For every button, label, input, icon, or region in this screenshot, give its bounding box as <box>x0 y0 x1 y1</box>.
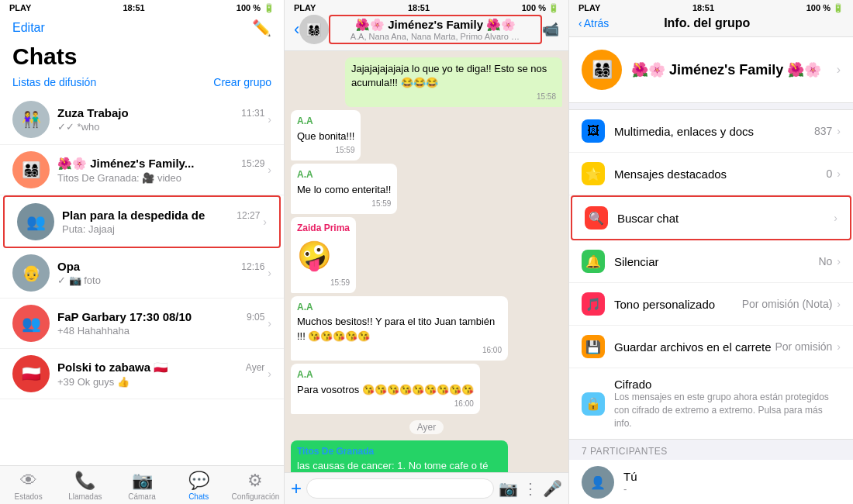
compose-icon[interactable]: ✏️ <box>252 19 271 37</box>
chat-back-button[interactable]: ‹ <box>294 19 299 40</box>
chat-avatar: 👥 <box>17 203 54 240</box>
info-row[interactable]: 🎵Tono personalizadoPor omisión (Nota)› <box>569 283 853 326</box>
message-sender: A.A <box>297 168 391 181</box>
difusion-link[interactable]: Listas de difusión <box>12 76 96 88</box>
participant-row[interactable]: 👤Tú- <box>569 460 853 504</box>
info-row-icon: 🖼 <box>582 119 605 143</box>
info-row[interactable]: ⭐Mensajes destacados0› <box>569 153 853 195</box>
message-time: 16:00 <box>297 399 474 409</box>
message-text: Me lo como enterita!! <box>297 183 391 197</box>
camera-icon[interactable]: 📷 <box>499 479 518 498</box>
chat-item[interactable]: 👥FaP Garbary 17:30 08/109:05+48 Hahahhah… <box>0 299 284 349</box>
chat-name-row: Polski to zabawa 🇵🇱Ayer <box>57 361 264 375</box>
carrier-2: PLAY <box>294 3 316 13</box>
chat-top-bar: PLAY 18:51 100 % 🔋 ‹ 👨‍👩‍👧‍👦 🌺🌸 Jiménez'… <box>285 0 568 51</box>
info-row[interactable]: 🔒CifradoLos mensajes en este grupo ahora… <box>569 368 853 439</box>
chat-name-row: FaP Garbary 17:30 08/109:05 <box>57 310 264 323</box>
add-attachment-button[interactable]: + <box>291 478 302 499</box>
chat-info: FaP Garbary 17:30 08/109:05+48 Hahahhaha <box>57 310 264 337</box>
info-nav-row: ‹ Atrás Info. del grupo <box>578 16 844 30</box>
nav-item-cámara[interactable]: 📷Cámara <box>113 471 170 501</box>
nav-label: Llamadas <box>68 492 102 501</box>
info-row-icon: 🔍 <box>585 206 608 230</box>
chat-preview: Puta: Jajaaj <box>62 223 260 235</box>
message-time: 15:59 <box>297 278 350 288</box>
info-row[interactable]: 💾Guardar archivos en el carretePor omisi… <box>569 326 853 368</box>
message-bubble: A.AMuchos besitos!! Y para el tito Juan … <box>291 296 508 361</box>
nav-item-estados[interactable]: 👁Estados <box>0 471 57 501</box>
chat-name: Polski to zabawa 🇵🇱 <box>57 361 168 375</box>
nav-icon: 📞 <box>74 471 95 491</box>
chevron-right-icon: › <box>268 317 271 330</box>
chat-avatar: 👴 <box>12 254 50 292</box>
dots-icon[interactable]: ⋮ <box>523 479 538 498</box>
chat-preview: +39 Ok guys 👍 <box>57 376 264 388</box>
chat-item[interactable]: 👨‍👩‍👧‍👦🌺🌸 Jiménez's Family...15:29Titos … <box>0 145 284 195</box>
chevron-right-icon: › <box>268 164 271 176</box>
chat-name-row: Opa12:16 <box>57 260 264 273</box>
group-avatar-chat: 👨‍👩‍👧‍👦 <box>299 15 329 44</box>
chat-item[interactable]: 👫Zuza Trabajo11:31✓✓ *who› <box>0 95 284 145</box>
message-time: 15:59 <box>297 198 391 209</box>
back-label: Atrás <box>584 17 610 29</box>
message-text: Muchos besitos!! Y para el tito Juan tam… <box>297 315 502 343</box>
chat-avatar: 🇵🇱 <box>12 355 50 392</box>
nav-item-chats[interactable]: 💬Chats <box>171 471 227 501</box>
info-row[interactable]: 🔔SilenciarNo› <box>569 240 853 283</box>
mic-icon[interactable]: 🎤 <box>543 479 562 498</box>
message-text: 🤪 <box>297 236 350 275</box>
participant-name: Tú <box>623 470 841 483</box>
message-text: Que bonita!!! <box>297 129 354 143</box>
group-name-header: 🌺🌸 Jiménez's Family 🌺🌸 <box>355 18 516 32</box>
group-big-avatar: 👨‍👩‍👧‍👦 <box>582 50 622 90</box>
chat-item[interactable]: 👥Plan para la despedida de12:27Puta: Jaj… <box>3 195 281 248</box>
group-header-highlighted[interactable]: 🌺🌸 Jiménez's Family 🌺🌸 A.A, Nana Ana, Na… <box>329 15 542 44</box>
info-row-value: 0 <box>827 167 833 180</box>
chevron-right-icon: › <box>268 267 271 279</box>
battery-1: 100 % <box>237 3 261 12</box>
message-time: 15:59 <box>297 145 354 156</box>
nav-label: Chats <box>188 492 209 501</box>
panel-chat: PLAY 18:51 100 % 🔋 ‹ 👨‍👩‍👧‍👦 🌺🌸 Jiménez'… <box>285 0 569 504</box>
message-input[interactable] <box>306 478 494 499</box>
message-time: 15:58 <box>351 91 556 102</box>
chat-info: 🌺🌸 Jiménez's Family...15:29Titos De Gran… <box>57 157 264 184</box>
chat-avatar: 👥 <box>12 305 50 342</box>
info-row-label: Multimedia, enlaces y docs <box>614 125 814 138</box>
chevron-right-icon: › <box>268 113 271 126</box>
chat-avatar: 👨‍👩‍👧‍👦 <box>12 151 50 188</box>
info-title: Info. del grupo <box>664 16 750 30</box>
video-call-icon[interactable]: 📹 <box>542 21 559 38</box>
chats-links: Listas de difusión Crear grupo <box>0 76 284 95</box>
info-row-icon: 💾 <box>582 335 605 358</box>
message-bubble: Zaida Prima🤪15:59 <box>291 217 356 292</box>
chat-preview: ✓✓ *who <box>57 121 264 133</box>
info-row-value: No <box>818 255 832 268</box>
info-row-icon: 🔔 <box>582 250 605 273</box>
battery-icon-1: 🔋 <box>264 3 275 13</box>
nav-label: Configuración <box>232 492 280 501</box>
battery-3: 100 % 🔋 <box>806 3 844 13</box>
info-row-value: 837 <box>814 125 832 137</box>
info-row[interactable]: 🖼Multimedia, enlaces y docs837› <box>569 110 853 153</box>
info-row-icon: 🎵 <box>582 292 605 316</box>
participants-list: 👤Tú-👤A.A🙈😍😍😜👤Nana Ana <box>569 460 853 504</box>
chat-item[interactable]: 👴Opa12:16✓ 📷 foto› <box>0 248 284 299</box>
info-back-button[interactable]: ‹ Atrás <box>578 17 609 29</box>
message-bubble: Titos De Granadalas causas de cancer: 1.… <box>291 440 508 472</box>
edit-button[interactable]: Editar <box>12 21 45 35</box>
chat-item[interactable]: 🇵🇱Polski to zabawa 🇵🇱Ayer+39 Ok guys 👍› <box>0 349 284 399</box>
chat-list: 👫Zuza Trabajo11:31✓✓ *who›👨‍👩‍👧‍👦🌺🌸 Jimé… <box>0 95 284 465</box>
participant-status: - <box>623 483 841 495</box>
chevron-right-icon: › <box>263 216 267 228</box>
info-row-icon: 🔒 <box>582 392 605 416</box>
participant-avatar: 👤 <box>582 466 614 499</box>
carrier-3: PLAY <box>578 3 600 13</box>
chevron-right-icon: › <box>837 255 841 268</box>
message-time: 16:00 <box>297 345 502 356</box>
info-row[interactable]: 🔍Buscar chat› <box>571 195 851 240</box>
nav-item-configuración[interactable]: ⚙Configuración <box>227 471 284 501</box>
nav-item-llamadas[interactable]: 📞Llamadas <box>57 471 113 501</box>
crear-grupo-link[interactable]: Crear grupo <box>213 76 271 88</box>
message-sender: A.A <box>297 115 354 128</box>
